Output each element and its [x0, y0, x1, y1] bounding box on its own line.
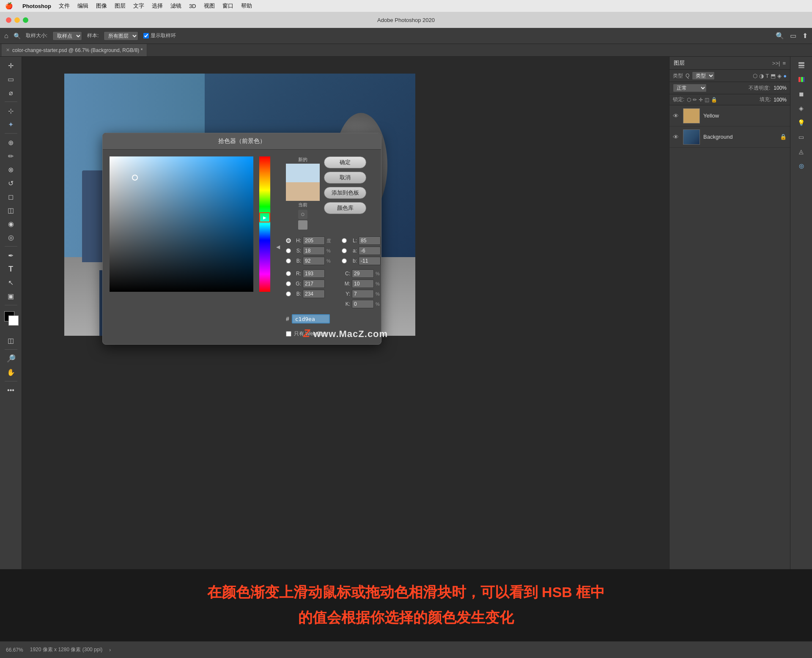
app-name[interactable]: Photoshop [22, 3, 51, 9]
light-icon[interactable]: 💡 [794, 117, 809, 129]
Y-input[interactable] [352, 290, 374, 298]
quick-mask-tool[interactable]: ◫ [3, 334, 19, 347]
minimize-button[interactable] [14, 17, 20, 23]
brush-tool[interactable]: ✏ [3, 150, 19, 162]
H-radio[interactable] [286, 238, 291, 243]
adjustment-panel-icon[interactable]: ◈ [794, 102, 809, 114]
b-input[interactable] [359, 257, 381, 265]
add-to-swatch-button[interactable]: 添加到色板 [324, 187, 366, 199]
a-radio[interactable] [342, 248, 347, 253]
healing-tool[interactable]: ⊕ [3, 136, 19, 149]
current-color-swatch[interactable] [286, 182, 320, 201]
b-radio[interactable] [342, 258, 347, 263]
new-color-swatch[interactable] [286, 164, 320, 182]
file-tab[interactable]: ✕ color-change-starter.psd @ 66.7% (Back… [2, 44, 147, 56]
G-input[interactable] [303, 280, 325, 288]
web-icon[interactable]: ⬡ [298, 210, 307, 219]
share-icon[interactable]: ⬆ [802, 32, 808, 40]
layer-eye-bg-icon[interactable]: 👁 [673, 134, 680, 140]
channels-icon[interactable] [794, 74, 809, 85]
more-tools[interactable]: ••• [3, 384, 19, 397]
filter-shape-icon[interactable]: ⬒ [771, 73, 776, 79]
S-radio[interactable] [286, 248, 291, 253]
history-tool[interactable]: ↺ [3, 177, 19, 189]
B-radio[interactable] [286, 258, 291, 263]
layer-item-yellow[interactable]: 👁 Yellow [669, 105, 790, 126]
menu-view[interactable]: 视图 [204, 2, 215, 10]
color-wheel-icon[interactable]: ◎ [794, 160, 809, 172]
blur-tool[interactable]: ◉ [3, 217, 19, 230]
panel-menu-icon[interactable]: ≡ [782, 60, 786, 66]
a-input[interactable] [359, 247, 381, 255]
hue-slider-container[interactable]: ▶ [259, 156, 270, 292]
home-icon[interactable]: ⌂ [4, 32, 8, 40]
filter-smart-icon[interactable]: ◈ [777, 73, 782, 79]
hue-slider[interactable]: ▶ [259, 156, 270, 292]
hue-drag-handle[interactable]: ▶ [259, 212, 270, 222]
expand-icon[interactable]: >>| [772, 60, 780, 66]
filter-adj-icon[interactable]: ◑ [759, 73, 764, 79]
dodge-tool[interactable]: ◎ [3, 231, 19, 244]
blend-mode-select[interactable]: 正常 [673, 84, 707, 92]
filter-enable[interactable]: ● [783, 73, 787, 79]
filter-type-icon[interactable]: T [765, 73, 769, 79]
eraser-tool[interactable]: ◻ [3, 190, 19, 203]
R-radio[interactable] [286, 271, 291, 276]
search-icon[interactable]: 🔍 [776, 32, 784, 40]
menu-filter[interactable]: 滤镜 [170, 2, 181, 10]
K-input[interactable] [352, 300, 374, 308]
menu-3d[interactable]: 3D [189, 3, 196, 9]
B-input[interactable] [303, 257, 325, 265]
R-input[interactable] [303, 269, 325, 278]
B2-radio[interactable] [286, 291, 291, 296]
show-ring-checkbox[interactable] [143, 33, 149, 38]
C-input[interactable] [352, 269, 374, 278]
sample-size-select[interactable]: 取样点 [52, 31, 82, 41]
filter-pixel-icon[interactable]: ⬡ [753, 73, 757, 79]
maximize-button[interactable] [23, 17, 28, 23]
menu-file[interactable]: 文件 [59, 2, 70, 10]
apple-logo-icon[interactable]: 🍎 [5, 2, 13, 10]
move-tool[interactable]: ✛ [3, 59, 19, 72]
chevron-right-icon[interactable]: › [109, 647, 111, 653]
show-ring-checkbox-label[interactable]: 显示取样环 [143, 32, 176, 39]
tab-close-icon[interactable]: ✕ [6, 47, 10, 53]
lock-pixel-icon[interactable]: ⬡ [687, 97, 691, 103]
menu-select[interactable]: 选择 [152, 2, 163, 10]
lock-move-icon[interactable]: ✛ [699, 97, 703, 103]
hand-tool[interactable]: ✋ [3, 366, 19, 378]
shape-tool[interactable]: ▣ [3, 290, 19, 302]
stamp-tool[interactable]: ⊗ [3, 163, 19, 176]
color-picker-dialog[interactable]: 拾色器（前景色） ▶ ◀ [102, 133, 381, 345]
zoom-tool[interactable]: 🔎 [3, 352, 19, 365]
menu-help[interactable]: 帮助 [241, 2, 252, 10]
sample-select[interactable]: 所有图层 [104, 31, 138, 41]
L-radio[interactable] [342, 238, 347, 243]
type-tool[interactable]: T [3, 263, 19, 275]
lock-all-icon[interactable]: 🔒 [711, 97, 717, 103]
color-gradient-field[interactable] [110, 156, 253, 292]
H-input[interactable] [303, 236, 325, 245]
pen-tool[interactable]: ✒ [3, 249, 19, 262]
hex-input[interactable] [292, 314, 330, 324]
swatch-icon[interactable] [298, 220, 307, 230]
lock-artboard-icon[interactable]: ◫ [705, 97, 709, 103]
lasso-tool[interactable]: ⌀ [3, 86, 19, 99]
properties-icon[interactable]: ▭ [794, 131, 809, 143]
background-color[interactable] [8, 315, 19, 326]
web-colors-checkbox[interactable] [286, 331, 291, 337]
select-rect-tool[interactable]: ▭ [3, 73, 19, 85]
menu-type[interactable]: 文字 [133, 2, 144, 10]
layer-eye-yellow-icon[interactable]: 👁 [673, 112, 680, 119]
S-input[interactable] [303, 247, 325, 255]
arrange-icon[interactable]: ▭ [790, 32, 796, 40]
layer-item-background[interactable]: 👁 Background 🔒 [669, 126, 790, 148]
close-button[interactable] [6, 17, 11, 23]
gradient-tool[interactable]: ◫ [3, 204, 19, 217]
M-input[interactable] [352, 280, 374, 288]
path-tool[interactable]: ↖ [3, 276, 19, 289]
color-library-button[interactable]: 颜色库 [324, 202, 366, 214]
filter-type-select[interactable]: 类型 [692, 71, 715, 80]
swatches-icon[interactable]: ◼ [794, 88, 809, 100]
L-input[interactable] [359, 236, 381, 245]
